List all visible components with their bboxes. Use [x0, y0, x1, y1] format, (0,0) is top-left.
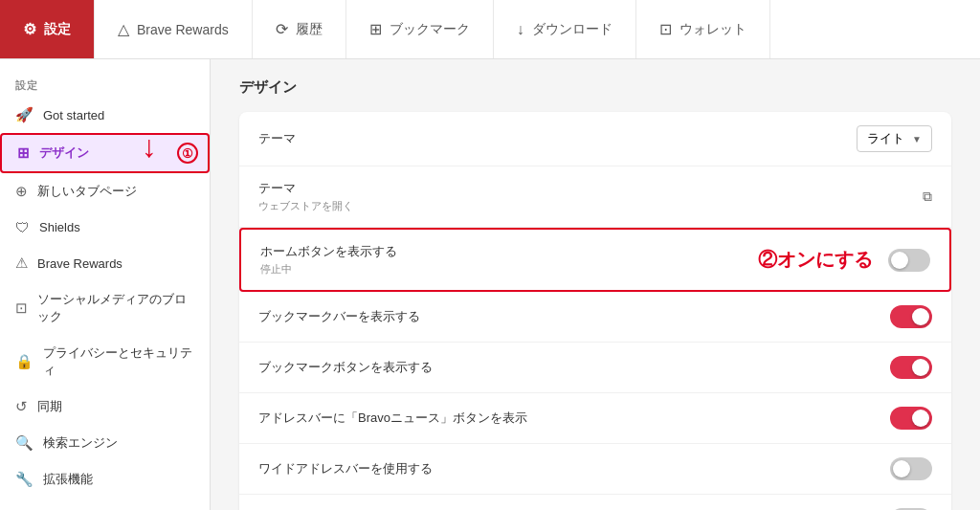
sidebar-item-extensions[interactable]: 🔧 拡張機能 [0, 461, 210, 498]
sidebar-item-shields[interactable]: 🛡 Shields [0, 210, 210, 245]
setting-row-bookmark-bar: ブックマークバーを表示する [239, 292, 951, 343]
bookmarks-icon: ⊞ [369, 20, 382, 38]
theme-store-label: テーマ [258, 180, 353, 197]
sidebar-item-social-block[interactable]: ⊡ ソーシャルメディアのブロック [0, 281, 210, 335]
brave-news-toggle[interactable] [890, 407, 932, 430]
toggle-thumb [891, 252, 908, 269]
theme-dropdown[interactable]: ライト ▼ [857, 125, 932, 152]
wallet-icon: ⊡ [659, 20, 672, 38]
bookmark-bar-label: ブックマークバーを表示する [258, 308, 420, 325]
toggle-thumb [893, 460, 910, 477]
settings-icon: ⚙ [23, 20, 36, 38]
extensions-icon: 🔧 [15, 471, 33, 488]
history-icon: ⟳ [276, 20, 288, 38]
wide-address-label: ワイドアドレスバーを使用する [258, 460, 433, 477]
brave-news-label: アドレスバーに「Bravoニュース」ボタンを表示 [258, 410, 527, 427]
sidebar-item-privacy[interactable]: 🔒 プライバシーとセキュリティ [0, 335, 210, 388]
sidebar-item-sync[interactable]: ↺ 同期 [0, 388, 210, 425]
social-block-icon: ⊡ [15, 299, 28, 317]
main-layout: 設定 🚀 Got started ⊞ デザイン ① ⊕ 新しいタブページ 🛡 S… [0, 59, 980, 510]
sidebar-item-search[interactable]: 🔍 検索エンジン [0, 425, 210, 461]
rocket-icon: 🚀 [15, 106, 33, 123]
sidebar-item-design[interactable]: ⊞ デザイン ① [0, 133, 210, 173]
sync-icon: ↺ [15, 398, 28, 415]
search-icon: 🔍 [15, 434, 33, 452]
sidebar-item-get-started[interactable]: 🚀 Got started [0, 97, 210, 133]
bookmark-button-toggle[interactable] [890, 356, 932, 379]
home-button-toggle[interactable] [888, 249, 930, 272]
downloads-icon: ↓ [517, 21, 524, 38]
home-button-sublabel: 停止中 [260, 262, 397, 277]
annotation-circle-1: ① [177, 143, 198, 164]
tab-bookmarks[interactable]: ⊞ ブックマーク [346, 0, 494, 58]
toggle-thumb [912, 308, 929, 325]
content-area: デザイン テーマ ライト ▼ テーマ ウェブストアを開く ⧉ [211, 59, 980, 510]
setting-row-theme-store: テーマ ウェブストアを開く ⧉ [239, 166, 951, 228]
settings-panel: テーマ ライト ▼ テーマ ウェブストアを開く ⧉ → ホームボタンを表 [239, 112, 951, 510]
theme-store-sublabel: ウェブストアを開く [258, 199, 353, 213]
sidebar-section-label: 設定 [0, 67, 210, 97]
new-tab-icon: ⊕ [15, 183, 28, 200]
topbar: ⚙ 設定 △ Brave Rewards ⟳ 履歴 ⊞ ブックマーク ↓ ダウン… [0, 0, 980, 59]
bookmark-button-label: ブックマークボタンを表示する [258, 359, 433, 376]
toggle-thumb [912, 410, 929, 427]
sidebar: 設定 🚀 Got started ⊞ デザイン ① ⊕ 新しいタブページ 🛡 S… [0, 59, 211, 510]
tab-brave-rewards[interactable]: △ Brave Rewards [95, 0, 253, 58]
setting-row-theme: テーマ ライト ▼ [239, 112, 951, 166]
annotation-label-2: ②オンにする [758, 247, 873, 273]
toggle-thumb [912, 359, 929, 376]
setting-row-brave-news: アドレスバーに「Bravoニュース」ボタンを表示 [239, 393, 951, 444]
tab-downloads[interactable]: ↓ ダウンロード [494, 0, 636, 58]
setting-row-home-button: → ホームボタンを表示する 停止中 ②オンにする [239, 228, 951, 292]
bookmark-bar-toggle[interactable] [890, 305, 932, 328]
chevron-down-icon: ▼ [912, 134, 922, 144]
theme-label: テーマ [258, 130, 296, 147]
tab-settings[interactable]: ⚙ 設定 [0, 0, 95, 58]
wide-address-toggle[interactable] [890, 457, 932, 480]
sidebar-item-new-tab[interactable]: ⊕ 新しいタブページ [0, 173, 210, 210]
sidebar-item-brave-rewards[interactable]: ⚠ Brave Rewards [0, 245, 210, 281]
shield-icon: 🛡 [15, 219, 30, 235]
design-icon: ⊞ [17, 144, 30, 162]
tab-history[interactable]: ⟳ 履歴 [253, 0, 346, 58]
home-button-label: ホームボタンを表示する [260, 243, 397, 260]
content-title: デザイン [239, 78, 951, 97]
setting-row-full-url: 常に完全な URL を表示 [239, 495, 951, 510]
setting-row-wide-address: ワイドアドレスバーを使用する [239, 444, 951, 495]
setting-row-bookmark-button: ブックマークボタンを表示する [239, 343, 951, 393]
external-link-icon[interactable]: ⧉ [923, 188, 932, 205]
brave-rewards-icon: △ [118, 20, 129, 38]
tab-wallet[interactable]: ⊡ ウォレット [636, 0, 770, 58]
lock-icon: 🔒 [15, 353, 33, 370]
brave-rewards-sidebar-icon: ⚠ [15, 255, 28, 272]
